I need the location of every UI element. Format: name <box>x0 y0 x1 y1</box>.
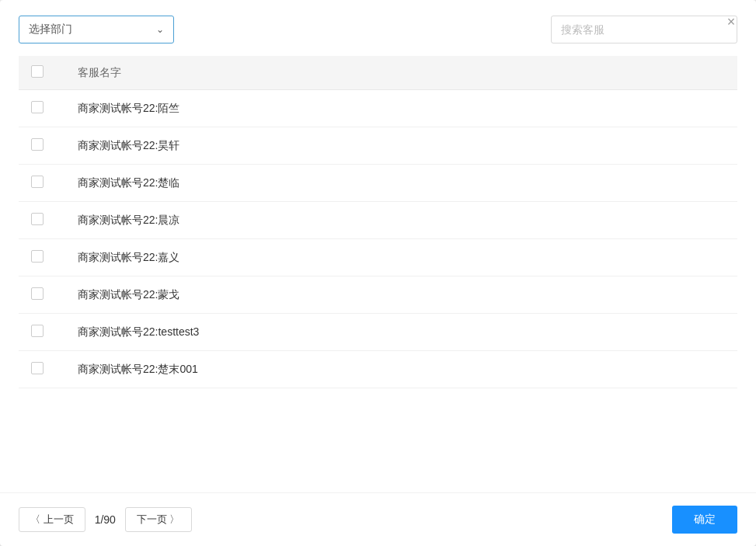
row-checkbox[interactable] <box>31 362 44 374</box>
page-info: 1/90 <box>92 513 119 526</box>
dept-select-label: 选择部门 <box>29 23 72 37</box>
row-checkbox[interactable] <box>31 101 44 113</box>
table-row: 商家测试帐号22:嘉义 <box>19 239 737 276</box>
table-row: 商家测试帐号22:晨凉 <box>19 202 737 239</box>
toolbar-left: 选择部门 ⌄ <box>19 16 174 43</box>
search-input[interactable] <box>551 16 737 43</box>
row-name-cell: 商家测试帐号22:陌竺 <box>65 90 737 127</box>
chevron-down-icon: ⌄ <box>156 24 164 35</box>
row-name-cell: 商家测试帐号22:楚末001 <box>65 351 737 388</box>
row-name-cell: 商家测试帐号22:晨凉 <box>65 202 737 239</box>
row-name-cell: 商家测试帐号22:testtest3 <box>65 314 737 351</box>
row-checkbox[interactable] <box>31 325 44 337</box>
row-checkbox-cell <box>19 239 65 276</box>
row-name-cell: 商家测试帐号22:嘉义 <box>65 239 737 276</box>
row-checkbox[interactable] <box>31 138 44 151</box>
row-name-cell: 商家测试帐号22:蒙戈 <box>65 276 737 314</box>
row-checkbox-cell <box>19 202 65 239</box>
header-checkbox-cell <box>19 56 65 90</box>
prev-page-button[interactable]: 〈 上一页 <box>19 507 85 532</box>
row-checkbox-cell <box>19 276 65 314</box>
close-button[interactable]: × <box>722 12 740 31</box>
row-checkbox[interactable] <box>31 176 44 188</box>
table-row: 商家测试帐号22:楚临 <box>19 165 737 202</box>
next-page-button[interactable]: 下一页 〉 <box>125 507 192 532</box>
row-checkbox-cell <box>19 351 65 388</box>
dialog: × 选择部门 ⌄ 客服名字 <box>0 0 756 546</box>
dept-select[interactable]: 选择部门 ⌄ <box>19 16 174 43</box>
row-name-cell: 商家测试帐号22:楚临 <box>65 165 737 202</box>
row-checkbox-cell <box>19 127 65 165</box>
footer: 〈 上一页 1/90 下一页 〉 确定 <box>0 492 756 546</box>
row-checkbox-cell <box>19 314 65 351</box>
agent-table: 客服名字 商家测试帐号22:陌竺 商家测试帐号22:昊轩 商家测试帐号22:楚临 <box>19 56 737 388</box>
table-header: 客服名字 <box>19 56 737 90</box>
row-checkbox-cell <box>19 165 65 202</box>
row-checkbox[interactable] <box>31 213 44 225</box>
toolbar: 选择部门 ⌄ <box>0 0 756 56</box>
header-name-col: 客服名字 <box>65 56 737 90</box>
table-container: 客服名字 商家测试帐号22:陌竺 商家测试帐号22:昊轩 商家测试帐号22:楚临 <box>0 56 756 486</box>
row-name-cell: 商家测试帐号22:昊轩 <box>65 127 737 165</box>
table-row: 商家测试帐号22:陌竺 <box>19 90 737 127</box>
confirm-button[interactable]: 确定 <box>672 506 737 534</box>
pagination: 〈 上一页 1/90 下一页 〉 <box>19 507 192 532</box>
row-checkbox-cell <box>19 90 65 127</box>
table-row: 商家测试帐号22:testtest3 <box>19 314 737 351</box>
table-row: 商家测试帐号22:昊轩 <box>19 127 737 165</box>
row-checkbox[interactable] <box>31 250 44 263</box>
select-all-checkbox[interactable] <box>31 65 44 78</box>
row-checkbox[interactable] <box>31 287 44 300</box>
table-body: 商家测试帐号22:陌竺 商家测试帐号22:昊轩 商家测试帐号22:楚临 商家测试… <box>19 90 737 388</box>
table-row: 商家测试帐号22:楚末001 <box>19 351 737 388</box>
table-row: 商家测试帐号22:蒙戈 <box>19 276 737 314</box>
